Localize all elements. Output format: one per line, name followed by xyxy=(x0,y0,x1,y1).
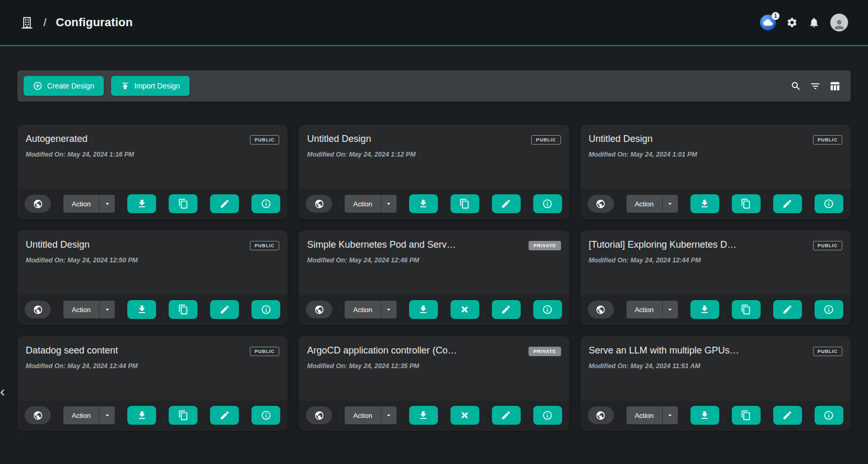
card-body: Serve an LLM with multiple GPUs… PUBLIC … xyxy=(580,336,851,401)
action-dropdown-button[interactable] xyxy=(662,301,678,318)
visibility-button[interactable] xyxy=(588,301,614,318)
info-button[interactable] xyxy=(533,406,562,425)
visibility-badge: PUBLIC xyxy=(250,241,279,250)
edit-button[interactable] xyxy=(210,194,239,213)
import-design-button[interactable]: Import Design xyxy=(111,76,190,96)
organization-button[interactable] xyxy=(20,16,34,30)
filter-button[interactable] xyxy=(810,81,821,92)
action-button[interactable]: Action xyxy=(627,406,662,424)
edit-button[interactable] xyxy=(773,194,802,213)
info-button[interactable] xyxy=(815,406,843,425)
download-button[interactable] xyxy=(690,194,719,213)
info-button[interactable] xyxy=(533,300,562,319)
visibility-button[interactable] xyxy=(25,195,51,213)
visibility-button[interactable] xyxy=(25,406,51,424)
download-button[interactable] xyxy=(409,194,438,213)
info-button[interactable] xyxy=(251,406,280,425)
globe-icon xyxy=(596,411,606,421)
design-card: Autogenerated PUBLIC Modified On: May 24… xyxy=(17,125,288,219)
visibility-button[interactable] xyxy=(588,195,614,213)
action-button[interactable]: Action xyxy=(627,301,662,318)
action-dropdown-button[interactable] xyxy=(99,301,115,318)
visibility-button[interactable] xyxy=(306,301,332,318)
action-dropdown-button[interactable] xyxy=(662,406,678,424)
clone-button[interactable] xyxy=(732,194,761,213)
visibility-badge: PRIVATE xyxy=(529,241,561,250)
action-button[interactable]: Action xyxy=(345,301,380,318)
download-button[interactable] xyxy=(127,194,156,213)
edit-button[interactable] xyxy=(492,194,521,213)
modified-on-text: Modified On: May 24, 2024 12:44 PM xyxy=(589,257,842,264)
notifications-button[interactable] xyxy=(808,17,820,28)
action-button[interactable]: Action xyxy=(627,195,662,213)
visibility-button[interactable] xyxy=(306,195,332,213)
action-button[interactable]: Action xyxy=(345,195,380,213)
pencil-icon xyxy=(501,410,511,421)
download-button[interactable] xyxy=(127,300,156,319)
user-avatar-icon xyxy=(832,18,846,31)
clone-button[interactable] xyxy=(451,406,479,425)
info-button[interactable] xyxy=(251,300,280,319)
design-card: Datadog seed content PUBLIC Modified On:… xyxy=(17,336,288,431)
user-avatar[interactable] xyxy=(830,14,848,31)
modified-on-text: Modified On: May 24, 2024 1:12 PM xyxy=(307,151,561,158)
action-button[interactable]: Action xyxy=(63,195,99,213)
clone-button[interactable] xyxy=(732,300,761,319)
info-button[interactable] xyxy=(815,300,843,319)
chevron-down-icon xyxy=(666,305,674,314)
action-dropdown-button[interactable] xyxy=(99,406,115,424)
clone-button[interactable] xyxy=(732,406,761,425)
search-button[interactable] xyxy=(790,81,801,92)
action-dropdown-button[interactable] xyxy=(662,195,678,213)
card-action-bar: Action xyxy=(299,295,569,325)
edit-button[interactable] xyxy=(210,406,239,425)
visibility-button[interactable] xyxy=(306,406,332,424)
info-button[interactable] xyxy=(533,194,562,213)
visibility-button[interactable] xyxy=(25,301,51,318)
clone-button[interactable] xyxy=(451,300,479,319)
edit-button[interactable] xyxy=(492,406,521,425)
action-dropdown-button[interactable] xyxy=(381,406,397,424)
create-design-button[interactable]: Create Design xyxy=(24,76,104,96)
copy-icon xyxy=(741,410,751,421)
kanvas-swirl-icon xyxy=(459,304,470,315)
download-icon xyxy=(137,410,147,421)
globe-icon xyxy=(314,305,324,315)
clone-button[interactable] xyxy=(169,300,197,319)
table-view-button[interactable] xyxy=(829,81,840,92)
pencil-icon xyxy=(219,304,230,315)
settings-button[interactable] xyxy=(786,17,798,28)
clone-button[interactable] xyxy=(169,406,197,425)
edit-button[interactable] xyxy=(210,300,239,319)
edit-button[interactable] xyxy=(492,300,521,319)
visibility-badge: PUBLIC xyxy=(813,241,842,250)
cloud-connection-button[interactable]: 1 xyxy=(760,15,776,30)
clone-button[interactable] xyxy=(169,194,197,213)
visibility-button[interactable] xyxy=(588,406,614,424)
action-dropdown-button[interactable] xyxy=(99,195,115,213)
action-button[interactable]: Action xyxy=(63,301,99,318)
action-button[interactable]: Action xyxy=(345,406,380,424)
action-button[interactable]: Action xyxy=(63,406,99,424)
clone-button[interactable] xyxy=(451,194,479,213)
collapse-drawer-button[interactable]: ‹ xyxy=(0,383,13,400)
edit-button[interactable] xyxy=(773,406,802,425)
info-button[interactable] xyxy=(251,194,280,213)
action-split-button: Action xyxy=(63,301,115,318)
download-button[interactable] xyxy=(409,300,438,319)
download-button[interactable] xyxy=(690,406,719,425)
info-button[interactable] xyxy=(815,194,843,213)
design-title: Untitled Design xyxy=(26,239,90,250)
download-button[interactable] xyxy=(409,406,438,425)
download-button[interactable] xyxy=(690,300,719,319)
visibility-badge: PUBLIC xyxy=(813,135,842,145)
action-dropdown-button[interactable] xyxy=(381,195,397,213)
action-dropdown-button[interactable] xyxy=(381,301,397,318)
page-title: Configuration xyxy=(56,16,133,29)
design-card: ArgoCD application controller (Co… PRIVA… xyxy=(299,336,569,431)
copy-icon xyxy=(741,198,751,209)
download-button[interactable] xyxy=(127,406,156,425)
edit-button[interactable] xyxy=(773,300,802,319)
action-split-button: Action xyxy=(63,195,115,213)
card-action-bar: Action xyxy=(299,189,569,219)
